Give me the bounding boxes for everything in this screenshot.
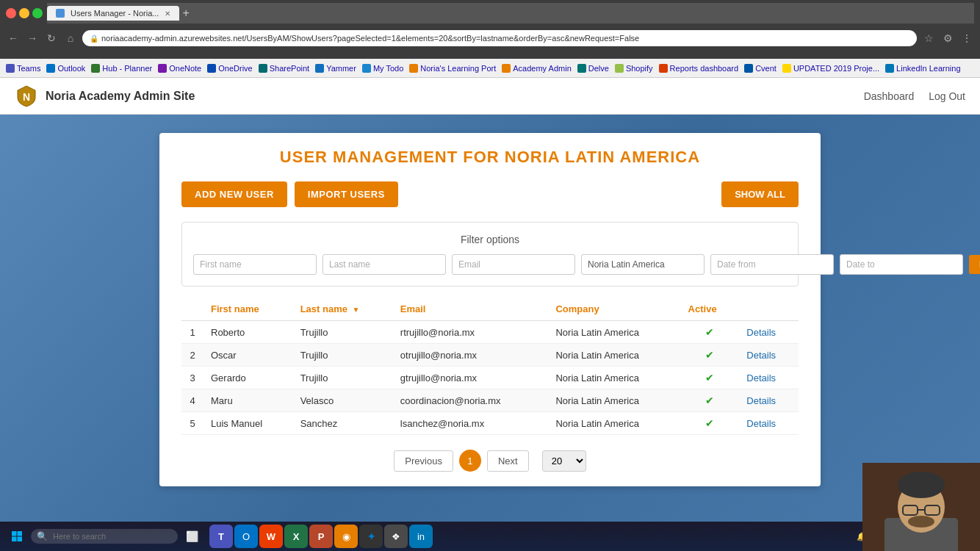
bookmark-linkedin[interactable]: LinkedIn Learning: [885, 64, 960, 73]
details-link[interactable]: Details: [746, 350, 776, 361]
details-link[interactable]: Details: [746, 327, 776, 338]
bookmark-icon[interactable]: ☆: [921, 31, 936, 46]
hubplanner-favicon: [91, 64, 100, 73]
taskbar-word-icon[interactable]: W: [259, 525, 283, 548]
refresh-button[interactable]: ↻: [44, 31, 59, 46]
taskbar-outlook-icon[interactable]: O: [234, 525, 258, 548]
filter-button[interactable]: FILTER: [969, 255, 980, 274]
svg-text:N: N: [23, 91, 30, 103]
table-row: 3 Gerardo Trujillo gtrujillo@noria.mx No…: [181, 367, 799, 389]
table-row: 4 Maru Velasco coordinacion@noria.mx Nor…: [181, 389, 799, 412]
task-view-button[interactable]: ⬜: [181, 525, 203, 547]
svg-point-32: [908, 516, 934, 527]
bookmark-delve[interactable]: Delve: [577, 64, 609, 73]
bookmark-hub-planner[interactable]: Hub - Planner: [91, 64, 152, 73]
row-details: Details: [739, 344, 799, 367]
filter-email-input[interactable]: [452, 254, 575, 275]
outlook-favicon: [46, 64, 55, 73]
taskbar-search-wrap: 🔍: [31, 529, 178, 544]
onenote-favicon: [158, 64, 167, 73]
menu-icon[interactable]: ⋮: [959, 31, 974, 46]
details-link[interactable]: Details: [746, 418, 776, 429]
col-header-last-name[interactable]: Last name ▼: [293, 298, 393, 321]
logout-link[interactable]: Log Out: [929, 90, 965, 102]
taskbar-excel-icon[interactable]: X: [284, 525, 308, 548]
bookmark-mytodo[interactable]: My Todo: [362, 64, 403, 73]
bookmark-shopify[interactable]: Shopify: [615, 64, 653, 73]
filter-first-name-input[interactable]: [193, 254, 317, 275]
show-all-button[interactable]: SHOW ALL: [721, 181, 799, 207]
bookmark-sharepoint[interactable]: SharePoint: [259, 64, 309, 73]
task-view-icon: ⬜: [186, 530, 198, 542]
taskbar-chrome-icon[interactable]: ◉: [334, 525, 358, 548]
row-company: Noria Latin America: [548, 321, 680, 344]
add-new-user-button[interactable]: ADD NEW USER: [181, 181, 287, 207]
forward-button[interactable]: →: [25, 31, 40, 46]
browser-tab[interactable]: Users Manager - Noria... ✕: [47, 6, 179, 21]
taskbar-app-8[interactable]: ❖: [384, 525, 408, 548]
row-details: Details: [739, 412, 799, 435]
academy-favicon: [502, 64, 511, 73]
col-header-active: Active: [681, 298, 740, 321]
page-size-selector[interactable]: 20 50 100: [542, 450, 586, 472]
bookmark-learning[interactable]: Noria's Learning Port: [409, 64, 496, 73]
app9-icon: in: [417, 531, 425, 542]
filter-last-name-input[interactable]: [323, 254, 446, 275]
bookmark-outlook[interactable]: Outlook: [46, 64, 85, 73]
row-first-name: Roberto: [203, 321, 293, 344]
lock-icon: 🔒: [90, 35, 98, 43]
tab-favicon: [56, 9, 65, 18]
maximize-btn[interactable]: [32, 8, 43, 18]
row-active: ✔: [681, 344, 740, 367]
row-email: coordinacion@noria.mx: [393, 389, 549, 412]
bookmark-project[interactable]: UPDATED 2019 Proje...: [782, 64, 879, 73]
previous-page-button[interactable]: Previous: [394, 450, 453, 472]
details-link[interactable]: Details: [746, 395, 776, 406]
table-body: 1 Roberto Trujillo rtrujillo@noria.mx No…: [181, 321, 799, 435]
bookmark-onenote[interactable]: OneNote: [158, 64, 201, 73]
taskbar-vscode-icon[interactable]: ✦: [359, 525, 383, 548]
start-button[interactable]: [6, 525, 28, 547]
bookmark-onedrive[interactable]: OneDrive: [207, 64, 252, 73]
next-page-button[interactable]: Next: [487, 450, 529, 472]
row-first-name: Maru: [203, 389, 293, 412]
taskbar-search-input[interactable]: [31, 529, 178, 544]
teams-icon-letter: T: [218, 531, 224, 542]
webcam-overlay: [862, 463, 980, 551]
bookmark-teams[interactable]: Teams: [6, 64, 40, 73]
tab-close-icon[interactable]: ✕: [165, 10, 170, 18]
teams-favicon: [6, 64, 15, 73]
import-users-button[interactable]: IMPORT USERS: [295, 181, 398, 207]
bookmark-yammer[interactable]: Yammer: [315, 64, 356, 73]
extensions-icon[interactable]: ⚙: [940, 31, 955, 46]
row-number: 1: [181, 321, 203, 344]
onedrive-favicon: [207, 64, 216, 73]
bookmark-cvent[interactable]: Cvent: [744, 64, 777, 73]
taskbar-app-9[interactable]: in: [409, 525, 433, 548]
row-email: rtrujillo@noria.mx: [393, 321, 549, 344]
close-btn[interactable]: [6, 8, 16, 18]
current-page-indicator[interactable]: 1: [459, 450, 481, 472]
filter-date-to-input[interactable]: [840, 254, 963, 275]
back-button[interactable]: ←: [6, 31, 21, 46]
bookmark-reports[interactable]: Reports dashboard: [659, 64, 739, 73]
header-navigation: Dashboard Log Out: [864, 90, 965, 102]
filter-company-input[interactable]: [581, 254, 705, 275]
shopify-favicon: [615, 64, 624, 73]
address-bar[interactable]: 🔒 noriaacademy-admin.azurewebsites.net/U…: [82, 30, 917, 46]
home-button[interactable]: ⌂: [63, 31, 78, 46]
row-number: 3: [181, 367, 203, 389]
taskbar-ppt-icon[interactable]: P: [309, 525, 333, 548]
taskbar-teams-icon[interactable]: T: [209, 525, 233, 548]
mytodo-favicon: [362, 64, 371, 73]
minimize-btn[interactable]: [19, 8, 29, 18]
table-row: 2 Oscar Trujillo otrujillo@noria.mx Nori…: [181, 344, 799, 367]
url-text: noriaacademy-admin.azurewebsites.net/Use…: [101, 34, 639, 43]
dashboard-link[interactable]: Dashboard: [864, 90, 915, 102]
details-link[interactable]: Details: [746, 372, 776, 383]
filter-fields: FILTER: [193, 254, 787, 275]
bookmark-academy[interactable]: Academy Admin: [502, 64, 571, 73]
filter-date-from-input[interactable]: [710, 254, 834, 275]
new-tab-button[interactable]: +: [182, 7, 189, 20]
row-number: 5: [181, 412, 203, 435]
